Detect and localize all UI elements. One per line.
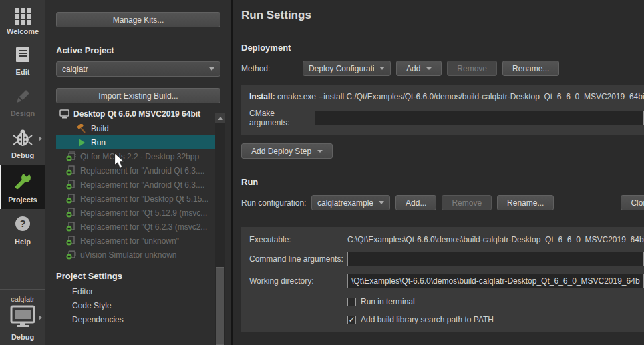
mode-edit-label: Edit — [16, 68, 30, 76]
mode-projects-label: Projects — [8, 196, 37, 204]
run-configuration-combobox[interactable]: calqlatrexample — [311, 195, 390, 210]
mode-design: Design — [0, 81, 45, 123]
deployment-heading: Deployment — [241, 43, 644, 53]
run-configuration-box: Executable: C:\Qt\Examples\Qt-6.6.0\demo… — [241, 227, 644, 332]
target-submenu-arrow-icon[interactable] — [39, 315, 42, 320]
file-plus-icon — [65, 222, 76, 232]
monitor-icon — [9, 305, 37, 331]
chevron-down-icon — [379, 201, 384, 204]
run-configuration-row: Run configuration: calqlatrexample Add..… — [241, 195, 644, 210]
deploy-method-combobox[interactable]: Deploy Configuration — [303, 61, 391, 76]
run-in-terminal-label: Run in terminal — [361, 297, 415, 306]
deploy-method-value: Deploy Configuration — [309, 64, 374, 73]
kit-item[interactable]: uVision Simulator unknown — [56, 248, 216, 262]
add-lib-path-label: Add build library search path to PATH — [361, 315, 494, 324]
mode-debug-label: Debug — [11, 151, 34, 159]
file-plus-icon — [65, 180, 76, 190]
bug-icon — [13, 129, 33, 149]
executable-row: Executable: C:\Qt\Examples\Qt-6.6.0\demo… — [249, 235, 644, 244]
play-icon — [76, 139, 87, 147]
svg-text:?: ? — [19, 218, 25, 229]
active-target-selector[interactable]: calqlatr Debug — [0, 289, 45, 345]
kit-item-label: uVision Simulator unknown — [80, 250, 177, 260]
kit-item[interactable]: Replacement for "Qt 6.2.3 (msvc2... — [56, 220, 216, 234]
add-deploy-step-button[interactable]: Add Deploy Step — [241, 143, 333, 159]
cmake-arguments-label: CMake arguments: — [249, 109, 315, 127]
question-icon: ? — [14, 215, 32, 235]
command-line-arguments-label: Command line arguments: — [249, 254, 347, 264]
cmake-arguments-input[interactable] — [315, 111, 644, 125]
chevron-down-icon — [209, 67, 214, 71]
run-in-terminal-checkbox[interactable] — [347, 298, 356, 306]
project-settings-list: Editor Code Style Dependencies — [56, 285, 220, 327]
deploy-remove-button[interactable]: Remove — [447, 61, 497, 76]
mode-help[interactable]: ? Help — [0, 209, 45, 251]
document-icon — [15, 47, 31, 65]
tree-item-run-label: Run — [91, 138, 106, 147]
kit-item[interactable]: Replacement for "Android Qt 6.3.... — [56, 163, 216, 178]
kit-item-label: Desktop Qt 6.6.0 MSVC2019 64bit — [73, 109, 200, 119]
project-settings-heading: Project Settings — [56, 271, 220, 281]
hammer-icon — [76, 124, 87, 133]
kit-item-label: Replacement for "Android Qt 6.3.... — [80, 166, 204, 176]
chevron-down-icon — [426, 67, 432, 70]
kit-item[interactable]: Replacement for "Qt 5.12.9 (msvc... — [56, 206, 216, 220]
install-command-text: cmake.exe --install C:/Qt/Examples/Qt-6.… — [277, 92, 644, 101]
add-lib-path-option[interactable]: Add build library search path to PATH — [347, 315, 644, 324]
active-project-name: calqlatr — [11, 295, 34, 303]
tree-item-build-label: Build — [91, 124, 109, 133]
tree-item-build[interactable]: Build — [56, 121, 216, 135]
file-plus-icon — [65, 194, 76, 204]
executable-path-value: C:\Qt\Examples\Qt-6.6.0\demos\build-calq… — [347, 235, 644, 244]
tree-item-run[interactable]: Run — [56, 135, 216, 149]
chevron-down-icon — [317, 150, 323, 153]
debug-submenu-arrow-icon[interactable] — [39, 136, 42, 141]
method-label: Method: — [241, 64, 303, 73]
kit-item[interactable]: Replacement for "unknown" — [56, 234, 216, 248]
active-project-combobox[interactable]: calqlatr — [56, 61, 220, 77]
executable-label: Executable: — [249, 235, 347, 244]
kit-item-label: Qt for MCUs 2.2 - Desktop 32bpp — [80, 152, 199, 161]
scrollbar-up-arrow-icon[interactable] — [215, 113, 225, 123]
kit-item-label: Replacement for "Qt 5.12.9 (msvc... — [80, 208, 207, 218]
file-plus-icon — [65, 236, 76, 246]
kit-item[interactable]: Qt for MCUs 2.2 - Desktop 32bpp — [56, 149, 216, 163]
project-settings-item-editor[interactable]: Editor — [56, 285, 220, 299]
command-line-arguments-row: Command line arguments: — [249, 252, 644, 266]
run-remove-button[interactable]: Remove — [442, 195, 492, 210]
manage-kits-button[interactable]: Manage Kits... — [56, 12, 220, 27]
add-lib-path-checkbox[interactable] — [347, 316, 356, 324]
mode-help-label: Help — [15, 238, 31, 246]
run-clone-button[interactable]: Clone... — [621, 195, 644, 210]
project-settings-item-code-style[interactable]: Code Style — [56, 299, 220, 313]
working-directory-input[interactable] — [347, 274, 644, 288]
panel-scrollbar[interactable] — [215, 113, 225, 345]
kit-item-active[interactable]: Desktop Qt 6.6.0 MSVC2019 64bit — [56, 107, 216, 121]
deploy-add-button[interactable]: Add — [396, 61, 442, 76]
mode-debug[interactable]: Debug — [0, 123, 45, 165]
mode-welcome[interactable]: Welcome — [0, 0, 45, 41]
kit-item[interactable]: Replacement for "Desktop Qt 5.15... — [56, 192, 216, 206]
mode-welcome-label: Welcome — [7, 27, 39, 35]
working-directory-row: Working directory: — [249, 274, 644, 288]
file-plus-icon — [65, 165, 76, 176]
run-add-button[interactable]: Add... — [395, 195, 436, 210]
run-in-terminal-option[interactable]: Run in terminal — [347, 297, 644, 306]
run-settings-panel: Run Settings Deployment Method: Deploy C… — [233, 0, 644, 345]
file-plus-icon — [65, 208, 76, 218]
kit-item-label: Replacement for "Qt 6.2.3 (msvc2... — [80, 222, 207, 232]
scrollbar-thumb[interactable] — [216, 267, 224, 345]
command-line-arguments-input[interactable] — [347, 252, 644, 266]
import-existing-build-button[interactable]: Import Existing Build... — [56, 88, 220, 103]
active-target-label: Debug — [11, 333, 34, 341]
project-settings-item-dependencies[interactable]: Dependencies — [56, 313, 220, 327]
run-rename-button[interactable]: Rename... — [497, 195, 554, 210]
active-project-combobox-value: calqlatr — [62, 65, 204, 74]
welcome-grid-icon — [15, 8, 31, 25]
deploy-rename-button[interactable]: Rename... — [502, 61, 559, 76]
wrench-icon — [13, 171, 33, 193]
mode-projects[interactable]: Projects — [0, 165, 45, 209]
install-step-summary: Install: cmake.exe --install C:/Qt/Examp… — [249, 92, 644, 101]
kit-item[interactable]: Replacement for "Android Qt 6.3.... — [56, 178, 216, 192]
mode-edit[interactable]: Edit — [0, 41, 45, 81]
